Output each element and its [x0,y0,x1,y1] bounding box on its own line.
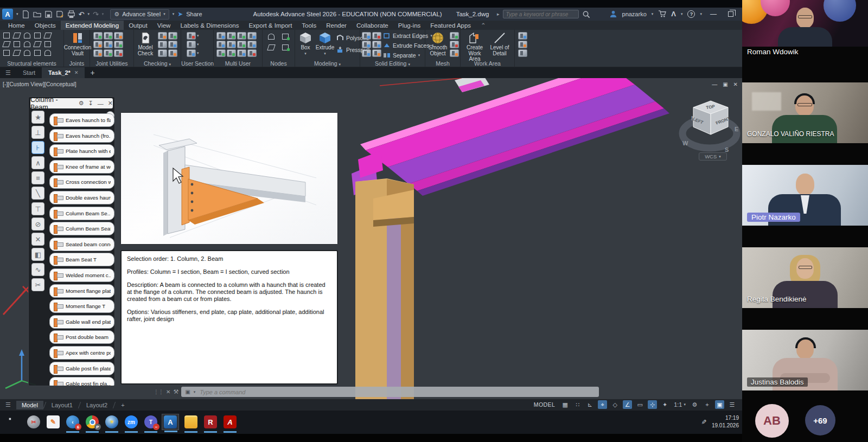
taskbar-clock[interactable]: 17:19 19.01.2026 [712,414,739,429]
recent-commands-caret-icon[interactable]: ▾ [194,390,196,394]
solid-editing-icon[interactable] [372,41,381,48]
palette-item[interactable]: Eaves haunch (fro... [49,129,114,143]
mesh-icon[interactable] [450,32,459,40]
ribbon-extra-icon[interactable] [518,41,527,48]
save-as-icon[interactable] [56,10,64,18]
palette-category-plates[interactable]: ◧ [31,248,44,261]
participants-overflow-count[interactable]: +69 [805,405,835,435]
structural-icon[interactable] [23,49,32,57]
joint-utility-icon[interactable] [104,49,113,57]
open-file-icon[interactable] [33,10,41,18]
palette-title-bar[interactable]: Column - Beam ⚙ ↧ — ✕ [30,98,113,108]
tab-collaborate[interactable]: Collaborate [352,21,393,30]
palette-item[interactable]: Gable post fin plate wi... [49,362,114,375]
multi-user-icon[interactable] [247,32,257,40]
app-logo[interactable]: A [2,9,13,20]
minimize-button[interactable]: — [707,10,720,18]
signed-in-user[interactable]: pnazarko [622,11,647,17]
taskbar-app-browser-globe[interactable]: ☀ [103,414,120,430]
palette-category-cross[interactable]: ✕ [31,233,44,246]
structural-icon[interactable] [33,32,42,40]
taskbar-app-advance-steel[interactable]: A [162,414,179,430]
user-caret-icon[interactable]: ▾ [652,12,654,16]
tab-objects[interactable]: Objects [30,21,61,30]
group-label-mesh[interactable]: Mesh [425,60,460,67]
new-file-icon[interactable] [22,10,30,18]
joint-utility-icon[interactable] [114,41,123,48]
restore-button[interactable] [728,11,733,17]
structural-icon[interactable] [43,49,53,57]
group-label-solid-editing[interactable]: Solid Editing ▾ [360,60,425,67]
new-tab-button[interactable]: + [85,68,100,77]
connection-vault-button[interactable]: Connection Vault [67,31,88,56]
new-layout-button[interactable]: + [116,401,130,409]
ribbon-collapse-icon[interactable]: ⌃ [476,21,491,30]
help-icon[interactable]: ? [687,10,695,18]
palette-settings-icon[interactable]: ⚙ [79,100,84,107]
user-icon[interactable] [609,10,617,18]
group-label-modeling[interactable]: Modeling ▾ [295,60,360,67]
viewport-restore-icon[interactable]: ▣ [723,81,727,87]
checking-icon[interactable] [168,41,177,48]
structural-icon[interactable] [33,41,42,48]
viewport-close-icon[interactable]: ✕ [733,81,738,87]
tab-output[interactable]: Output [124,21,152,30]
structural-icon[interactable] [2,49,11,57]
isometric-toggle[interactable]: ◇ [610,400,620,409]
file-tab-start[interactable]: Start [16,67,42,78]
taskbar-app-acrobat[interactable]: A [221,414,239,430]
participant-avatar-initials[interactable]: AB [755,404,789,438]
taskbar-app-zoom[interactable]: zm [123,414,140,430]
multi-user-icon[interactable] [247,41,257,48]
model-check-button[interactable]: Model Check [136,31,155,56]
joint-utility-icon[interactable] [93,49,103,57]
group-label-structural[interactable]: Structural elements [0,60,63,67]
user-section-icon[interactable] [187,41,196,48]
palette-item[interactable]: Double eaves haunch... [49,191,114,204]
group-label-work-area[interactable]: Work Area [461,60,514,67]
file-tab-task2[interactable]: Task_2* ✕ [42,67,85,78]
structural-icon[interactable] [23,32,32,40]
object-snap-tracking-toggle[interactable]: ∠ [623,400,632,409]
joint-utility-icon[interactable] [114,49,123,57]
wcs-selector[interactable]: WCS▾ [699,152,727,161]
model-space-label[interactable]: MODEL [534,401,555,408]
customization-menu-icon[interactable]: ☰ [727,400,737,409]
palette-item[interactable]: Knee of frame at we... [49,160,114,174]
annotation-scale-control[interactable]: 1:1 ▾ [673,400,687,409]
group-label-nodes[interactable]: Nodes [263,60,295,67]
multi-user-icon[interactable] [227,41,236,48]
palette-category-tee[interactable]: ⊤ [31,202,44,215]
structural-icon[interactable] [2,32,11,40]
palette-item[interactable]: Seated beam connection [49,238,114,251]
grid-toggle[interactable]: ▦ [560,400,570,409]
command-line-close-icon[interactable]: ✕ [166,389,170,395]
palette-minimize-icon[interactable]: — [98,100,104,107]
solid-editing-icon[interactable] [372,32,381,40]
qat-customize-caret-icon[interactable]: ▾ [173,12,175,16]
palette-item[interactable]: Cross connection wi... [49,175,114,189]
tab-tools[interactable]: Tools [297,21,321,30]
ortho-toggle[interactable]: ⊾ [585,400,595,409]
app-store-cart-icon[interactable] [658,10,666,18]
taskbar-app-teams[interactable]: T− [142,414,159,430]
autodesk-caret-icon[interactable]: ▾ [681,12,683,16]
viewport-controls-label[interactable]: [-][Custom View][Conceptual] [3,81,76,87]
node-icon[interactable] [281,33,290,41]
snap-toggle[interactable]: ∷ [573,400,582,409]
caret-icon[interactable]: ▾ [197,42,202,47]
checking-icon[interactable] [158,49,167,57]
solid-editing-icon[interactable] [362,49,371,57]
app-menu-caret-icon[interactable]: ▾ [16,12,18,16]
search-expand-icon[interactable]: ▸ [497,11,500,17]
palette-category-cuts[interactable]: ✂ [31,278,44,291]
help-caret-icon[interactable]: ▾ [700,12,702,16]
layout-tab-model[interactable]: Model [16,401,43,409]
joint-utility-icon[interactable] [93,32,103,40]
solid-editing-icon[interactable] [362,41,371,48]
command-line-grip[interactable]: ⋮⋮ [154,389,163,395]
tab-home[interactable]: Home [3,21,30,30]
palette-close-icon[interactable]: ✕ [108,100,113,107]
multi-user-icon[interactable] [247,49,257,57]
palette-item[interactable]: Apex with centre post [49,346,114,360]
